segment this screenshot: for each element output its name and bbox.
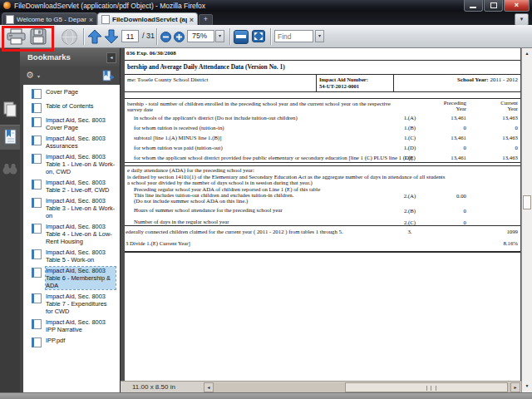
bookmark-item[interactable]: Impact Aid, Sec. 8003 Table 3 - Live-on …: [23, 197, 120, 219]
bookmark-page-icon: [32, 135, 42, 145]
row-code: 2.(A): [398, 192, 421, 198]
fullscreen-icon[interactable]: [252, 30, 265, 42]
bookmark-label: Impact Aid, Sec. 8003 Table 7 - Expendit…: [46, 293, 116, 315]
zoom-in-icon[interactable]: [174, 32, 185, 42]
vertical-scrollbar-thumb[interactable]: [523, 195, 531, 209]
row-code: 1.(E): [398, 155, 421, 160]
print-icon[interactable]: [7, 28, 26, 45]
zoom-dropdown-arrow[interactable]: ▾: [215, 30, 224, 42]
minimize-button[interactable]: [464, 0, 483, 12]
horizontal-scrollbar-thumb[interactable]: [345, 382, 508, 392]
save-icon[interactable]: [30, 28, 47, 45]
tab-filedownloadservlet[interactable]: FileDownloadServlet (application... ×: [97, 12, 198, 26]
scroll-right-arrow[interactable]: ►: [510, 382, 520, 392]
bookmark-page-icon: [32, 249, 42, 259]
bookmarks-panel-toolbar: ⚙ ▾: [20, 66, 120, 85]
maximize-icon: [490, 2, 497, 8]
maximize-button[interactable]: [484, 0, 503, 12]
row-value: 0: [423, 208, 466, 214]
zoom-level-value[interactable]: 75%: [187, 30, 214, 42]
ada-row: Number of days in the regular school yea…: [125, 219, 520, 225]
new-bookmark-icon[interactable]: [102, 70, 114, 81]
pdf-status-bar: 11.00 x 8.50 in ◄ ►: [121, 381, 521, 392]
toolbar-separator: [270, 28, 271, 45]
bookmark-item[interactable]: Impact Aid, Sec. 8003 Cover Page: [23, 116, 120, 131]
bookmark-label: Impact Aid, Sec. 8003 IPP Narrative: [46, 318, 116, 333]
bookmark-page-icon: [32, 198, 42, 208]
impact-aid-value: 54-UT-2012-0001: [319, 83, 359, 89]
navigation-pane-strip: [0, 48, 20, 392]
next-page-icon[interactable]: [104, 29, 119, 44]
ada-table: e daily attendance (ADA) for the precedi…: [125, 165, 520, 253]
row-current-value: 0: [475, 125, 518, 131]
column-header-current-year: Current Year: [468, 100, 518, 111]
bookmark-item[interactable]: Cover Page: [23, 88, 120, 99]
title-bar: FileDownloadServlet (application/pdf Obj…: [0, 0, 532, 12]
bookmark-item[interactable]: Impact Aid, Sec. 8003 Table 2 - Live-off…: [23, 179, 120, 194]
row-code: 2.(C): [398, 219, 421, 225]
search-binoculars-icon[interactable]: [0, 161, 20, 176]
row-preceding-value: 13,461: [423, 155, 466, 160]
tab-bar: Welcome to G5 - Department of Ed... × Fi…: [0, 12, 532, 25]
find-input[interactable]: [275, 31, 313, 42]
zoom-out-icon[interactable]: [160, 32, 171, 42]
bookmarks-panel-tab-active[interactable]: [0, 125, 20, 150]
close-icon: ×: [505, 0, 529, 10]
scroll-down-arrow[interactable]: ▼: [522, 381, 532, 392]
previous-page-icon[interactable]: [87, 29, 102, 44]
membership-row: in schools of the applicant's district (…: [125, 112, 520, 122]
bookmarks-panel-header: Bookmarks ◄: [20, 48, 120, 66]
row-code: 1.(B): [398, 125, 421, 131]
bookmark-item[interactable]: Impact Aid, Sec. 8003 Table 7 - Expendit…: [23, 293, 120, 315]
firefox-icon: [3, 2, 11, 9]
tab-close-icon[interactable]: ×: [187, 16, 197, 24]
row-label: 3 Divide 1.(E) Current Year]: [126, 240, 190, 246]
close-button[interactable]: ×: [504, 0, 530, 12]
page-thumbnails-icon[interactable]: [0, 101, 20, 119]
impact-aid-number-cell: Impact Aid Number: 54-UT-2012-0001: [316, 75, 393, 91]
bookmark-item[interactable]: IPP.pdf: [23, 337, 120, 347]
membership-table: bership - total number of children enrol…: [125, 98, 520, 163]
pdf-document-area: 036 Exp. 06/30/2008 bership and Average …: [121, 48, 532, 392]
ada-row: Hours of summer school attendance for th…: [125, 207, 520, 214]
find-dropdown-arrow[interactable]: ▾: [315, 30, 324, 42]
membership-row: for whom the applicant school district p…: [125, 153, 520, 163]
bookmark-page-icon: [32, 103, 42, 113]
new-tab-button[interactable]: +: [199, 14, 213, 26]
vertical-scrollbar[interactable]: ▲ ▼: [521, 48, 532, 392]
window-controls: ×: [463, 0, 530, 12]
row-label: for whom the applicant school district p…: [125, 155, 412, 160]
tab-close-icon[interactable]: ×: [86, 16, 96, 24]
thumb-grip: [426, 386, 436, 391]
toolbar-separator: [156, 28, 157, 45]
bookmark-item[interactable]: Impact Aid, Sec. 8003 Assurances: [23, 135, 120, 150]
options-gear-icon[interactable]: ⚙: [26, 69, 34, 81]
ada-header-line2: is defined by section 14101(1) of the El…: [127, 174, 445, 180]
membership-row: for whom tuition is received (tuition-in…: [125, 122, 520, 132]
ada-rows: Preceding regular school year ADA of chi…: [125, 186, 520, 225]
bookmark-item[interactable]: Table of Contents: [23, 102, 120, 113]
bookmark-label: IPP.pdf: [46, 337, 116, 344]
collapse-panel-button[interactable]: ◄: [106, 52, 116, 63]
scrolling-mode-icon[interactable]: [234, 30, 249, 44]
ada-row: Preceding regular school year ADA of chi…: [125, 186, 520, 204]
bookmark-item[interactable]: Impact Aid, Sec. 8003 Table 4 - Live-on …: [23, 223, 120, 245]
row-current-value: 13,463: [475, 115, 518, 121]
page-dimensions-label: 11.00 x 8.50 in: [132, 383, 175, 391]
horizontal-scrollbar[interactable]: ◄ ►: [204, 382, 520, 392]
row-value: 1099: [475, 229, 518, 234]
bookmark-item[interactable]: Impact Aid, Sec. 8003 Table 6 - Membersh…: [23, 267, 120, 289]
bookmark-item[interactable]: Impact Aid, Sec. 8003 IPP Narrative: [23, 318, 120, 333]
row-value: 0: [423, 219, 466, 225]
bookmark-item[interactable]: Impact Aid, Sec. 8003 Table 5 - Work-on: [23, 249, 120, 264]
bookmark-label: Cover Page: [46, 88, 116, 96]
tab-welcome-g5[interactable]: Welcome to G5 - Department of Ed... ×: [2, 12, 97, 26]
page-number-input[interactable]: [121, 30, 139, 42]
bookmark-item[interactable]: Impact Aid, Sec. 8003 Table 1 - Live-on …: [23, 153, 120, 175]
bookmark-page-icon: [32, 293, 42, 303]
scroll-up-arrow[interactable]: ▲: [522, 48, 532, 59]
page-favicon: [6, 15, 14, 24]
school-year-value: 2011 - 2012: [490, 76, 518, 83]
list-all-tabs-button[interactable]: ▾: [515, 13, 529, 26]
scroll-left-arrow[interactable]: ◄: [204, 382, 214, 392]
